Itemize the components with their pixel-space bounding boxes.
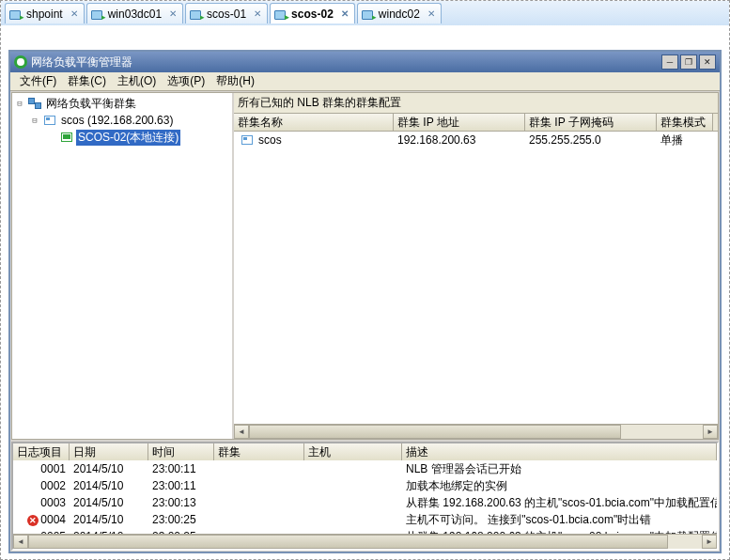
tree-toggle[interactable]: ⊟ (14, 99, 25, 108)
log-row[interactable]: 00012014/5/1023:00:11NLB 管理器会话已开始 (13, 460, 717, 477)
col-log-item[interactable]: 日志项目 (13, 443, 70, 460)
tree-host[interactable]: SCOS-02(本地连接) (76, 130, 180, 146)
menu-群集(C)[interactable]: 群集(C) (62, 71, 112, 91)
session-tab-scos-02[interactable]: scos-02✕ (270, 3, 355, 23)
session-icon (362, 8, 375, 20)
cell-id: 0001 (13, 462, 70, 475)
titlebar: 网络负载平衡管理器 ─ ❐ ✕ (10, 52, 720, 72)
error-icon: ✕ (27, 515, 39, 526)
col-cluster-mode[interactable]: 群集模式 (657, 114, 713, 131)
cell-desc: 主机不可访问。 连接到"scos-01.bcia.com"时出错 (402, 512, 717, 528)
cell-date: 2014/5/10 (70, 513, 148, 526)
cluster-list-caption: 所有已知的 NLB 群集的群集配置 (234, 93, 718, 114)
cell-desc: 从群集 192.168.200.63 的主机"scos-01.bcia.com"… (402, 495, 717, 511)
col-log-desc[interactable]: 描述 (402, 443, 717, 460)
close-icon[interactable]: ✕ (254, 8, 261, 19)
cell-id: ✕0004 (13, 513, 70, 526)
session-icon (91, 8, 104, 20)
app-icon (14, 55, 27, 69)
cell-mode: 单播 (657, 132, 713, 148)
session-icon (9, 8, 23, 20)
cell-time: 23:00:13 (148, 496, 214, 509)
horizontal-scrollbar[interactable]: ◄ ► (234, 424, 718, 439)
scroll-left-button[interactable]: ◄ (13, 535, 28, 549)
cell-date: 2014/5/10 (70, 479, 148, 492)
col-log-time[interactable]: 时间 (148, 443, 214, 460)
cell-date: 2014/5/10 (70, 462, 148, 475)
cell-desc: NLB 管理器会话已开始 (402, 461, 717, 477)
close-button[interactable]: ✕ (699, 54, 716, 70)
maximize-button[interactable]: ❐ (680, 54, 697, 70)
menu-帮助(H)[interactable]: 帮助(H) (210, 71, 260, 91)
minimize-button[interactable]: ─ (661, 54, 678, 70)
tree-root[interactable]: 网络负载平衡群集 (44, 96, 138, 112)
cluster-config-pane: 所有已知的 NLB 群集的群集配置 群集名称 群集 IP 地址 群集 IP 子网… (234, 93, 718, 439)
col-log-host[interactable]: 主机 (304, 443, 402, 460)
cluster-row[interactable]: scos192.168.200.63255.255.255.0单播 (234, 132, 718, 148)
menu-选项(P)[interactable]: 选项(P) (162, 71, 210, 91)
cell-time: 23:00:25 (148, 513, 214, 526)
session-tab-shpoint[interactable]: shpoint✕ (5, 3, 85, 23)
cluster-icon (241, 135, 253, 145)
menubar: 文件(F)群集(C)主机(O)选项(P)帮助(H) (10, 72, 720, 91)
close-icon[interactable]: ✕ (169, 8, 177, 19)
col-cluster-ip[interactable]: 群集 IP 地址 (394, 114, 525, 131)
tab-label: windc02 (379, 8, 420, 21)
window-title: 网络负载平衡管理器 (31, 54, 132, 70)
col-cluster-mask[interactable]: 群集 IP 子网掩码 (525, 114, 657, 131)
cell-id: 0002 (13, 479, 70, 492)
col-log-date[interactable]: 日期 (70, 443, 148, 460)
close-icon[interactable]: ✕ (70, 8, 78, 19)
log-row[interactable]: ✕00042014/5/1023:00:25主机不可访问。 连接到"scos-0… (13, 511, 717, 528)
nlb-manager-window: 网络负载平衡管理器 ─ ❐ ✕ 文件(F)群集(C)主机(O)选项(P)帮助(H… (8, 50, 722, 553)
tab-label: win03dc01 (108, 8, 162, 21)
tab-label: shpoint (26, 8, 63, 21)
cluster-columns: 群集名称 群集 IP 地址 群集 IP 子网掩码 群集模式 (234, 114, 718, 132)
close-icon[interactable]: ✕ (341, 8, 349, 19)
scroll-right-button[interactable]: ► (702, 535, 717, 549)
tab-label: scos-01 (207, 8, 246, 21)
tab-label: scos-02 (291, 8, 334, 21)
cell-name: scos (258, 133, 282, 147)
session-tab-windc02[interactable]: windc02✕ (357, 3, 442, 23)
cell-desc: 加载本地绑定的实例 (402, 478, 717, 494)
cluster-icon (42, 114, 57, 127)
cell-time: 23:00:11 (148, 479, 214, 492)
tree-cluster[interactable]: scos (192.168.200.63) (59, 114, 175, 127)
session-tabs-bar: shpoint✕win03dc01✕scos-01✕scos-02✕windc0… (1, 1, 729, 25)
cell-date: 2014/5/10 (70, 496, 148, 509)
scroll-left-button[interactable]: ◄ (234, 425, 249, 439)
cell-ip: 192.168.200.63 (394, 133, 525, 147)
menu-主机(O)[interactable]: 主机(O) (112, 71, 162, 91)
cell-id: 0003 (13, 496, 70, 509)
session-tab-win03dc01[interactable]: win03dc01✕ (86, 3, 183, 23)
menu-文件(F)[interactable]: 文件(F) (14, 71, 62, 91)
scroll-right-button[interactable]: ► (703, 425, 718, 439)
log-pane: 日志项目 日期 时间 群集 主机 描述 00012014/5/1023:00:1… (11, 442, 719, 551)
session-icon (190, 8, 203, 20)
col-cluster-name[interactable]: 群集名称 (234, 114, 394, 131)
tree-toggle[interactable]: ⊟ (29, 116, 40, 125)
session-tab-scos-01[interactable]: scos-01✕ (185, 3, 268, 23)
close-icon[interactable]: ✕ (427, 8, 435, 19)
cluster-tree[interactable]: ⊟ 网络负载平衡群集 ⊟ scos (192.168.200.63) SCOS-… (12, 93, 234, 439)
col-log-cluster[interactable]: 群集 (214, 443, 304, 460)
clusters-icon (27, 97, 42, 110)
log-row[interactable]: 00032014/5/1023:00:13从群集 192.168.200.63 … (13, 494, 717, 511)
log-horizontal-scrollbar[interactable]: ◄ ► (13, 534, 717, 549)
cell-mask: 255.255.255.0 (525, 133, 657, 147)
host-icon (59, 131, 74, 144)
cell-time: 23:00:11 (148, 462, 214, 475)
log-row[interactable]: 00022014/5/1023:00:11加载本地绑定的实例 (13, 477, 717, 494)
session-icon (274, 8, 287, 20)
